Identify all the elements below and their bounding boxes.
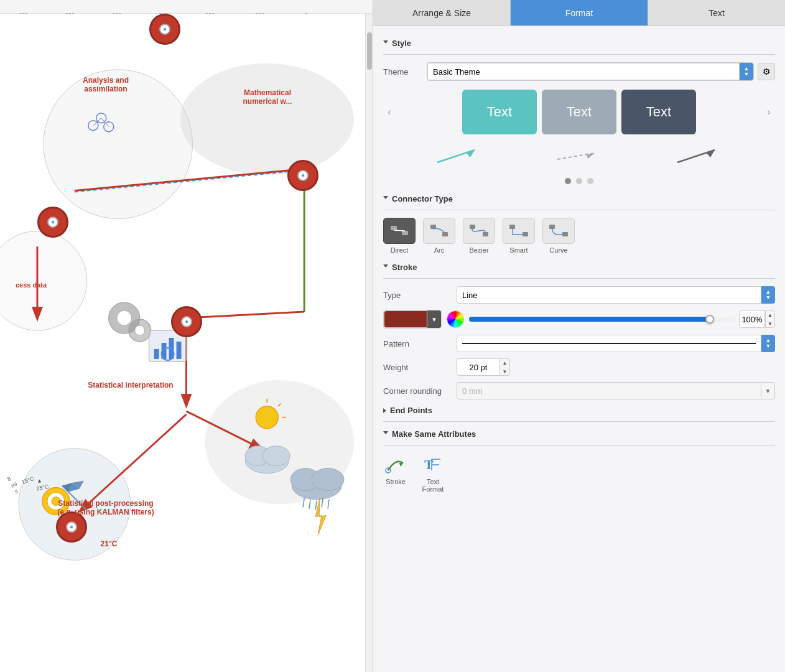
dots-pagination — [383, 178, 775, 184]
arrow-swatch-gray-dashed[interactable] — [522, 141, 637, 172]
stroke-type-select[interactable]: Line ▲ ▼ — [457, 286, 775, 304]
connector-arc-icon — [423, 218, 455, 244]
connector-section-header[interactable]: Connector Type — [383, 194, 775, 203]
arrow-swatch-gray-solid[interactable] — [641, 141, 756, 172]
opacity-slider-container: 100% ▲ ▼ — [469, 310, 775, 328]
svg-rect-65 — [483, 232, 488, 236]
connector-bezier[interactable]: Bezier — [463, 218, 495, 254]
stroke-type-arrows[interactable]: ▲ ▼ — [761, 286, 775, 304]
svg-line-39 — [309, 500, 310, 509]
corner-dropdown[interactable]: ▼ — [761, 382, 775, 399]
scrollbar-thumb[interactable] — [367, 32, 372, 70]
swatch-teal[interactable]: Text — [462, 90, 537, 134]
connector-curve[interactable]: Curve — [542, 218, 575, 254]
svg-point-19 — [117, 310, 132, 325]
stroke-pattern-select[interactable]: ▲ ▼ — [457, 335, 775, 352]
dot-1[interactable] — [565, 178, 571, 184]
opacity-stepper[interactable]: ▲ ▼ — [765, 310, 775, 328]
label-cess: cess data — [6, 281, 56, 289]
corner-box[interactable]: 0 mm — [457, 382, 761, 399]
end-points-section[interactable]: End Points — [383, 406, 775, 415]
tab-arrange-size[interactable]: Arrange & Size — [373, 0, 511, 26]
canvas-area[interactable]: 180 200 220 240 260 280 3 — [0, 0, 373, 672]
svg-point-20 — [129, 319, 151, 342]
make-same-stroke[interactable]: Stroke — [383, 453, 408, 493]
stroke-weight-row: Weight 20 pt ▲ ▼ — [383, 358, 775, 376]
node-middle[interactable] — [171, 306, 202, 337]
opacity-thumb — [705, 315, 714, 324]
canvas-content[interactable]: Analysis andassimilation Mathematicalnum… — [0, 14, 373, 672]
connector-types: Direct Arc — [383, 218, 775, 254]
stroke-color-button[interactable]: ▼ — [383, 310, 442, 329]
connector-smart[interactable]: Smart — [503, 218, 535, 254]
connector-divider — [383, 210, 775, 210]
node-left[interactable] — [37, 207, 68, 238]
svg-point-14 — [96, 113, 106, 123]
scrollbar[interactable] — [365, 14, 373, 672]
style-section-header[interactable]: Style — [383, 39, 775, 48]
stroke-pattern-label: Pattern — [383, 339, 452, 348]
label-post-processing: Statistical post-processing(e.g. using K… — [44, 499, 168, 516]
stroke-color-dropdown[interactable]: ▼ — [427, 310, 441, 328]
swatch-gray[interactable]: Text — [542, 90, 616, 134]
theme-settings-button[interactable]: ⚙ — [758, 63, 775, 80]
stroke-color-swatch[interactable] — [384, 310, 427, 328]
svg-point-34 — [292, 472, 341, 500]
make-same-stroke-label: Stroke — [386, 478, 406, 485]
stroke-divider — [383, 278, 775, 279]
swatch-dark[interactable]: Text — [621, 90, 696, 134]
svg-line-6 — [75, 170, 304, 192]
weight-stepper[interactable]: ▲ ▼ — [500, 358, 510, 376]
color-wheel-button[interactable] — [447, 310, 464, 328]
style-divider — [383, 54, 775, 55]
svg-point-4 — [205, 380, 354, 505]
pattern-box[interactable] — [457, 335, 761, 352]
opacity-number: 100% — [739, 310, 765, 328]
connector-direct-icon — [383, 218, 416, 244]
svg-point-13 — [88, 121, 98, 131]
svg-marker-45 — [68, 483, 80, 492]
tab-text[interactable]: Text — [648, 0, 785, 26]
connector-direct[interactable]: Direct — [383, 218, 416, 254]
stroke-type-box[interactable]: Line — [457, 286, 761, 304]
svg-rect-64 — [470, 225, 475, 229]
make-same-text-format[interactable]: T TextFormat — [420, 453, 445, 493]
swatch-prev-button[interactable]: ‹ — [383, 106, 396, 118]
tab-format[interactable]: Format — [511, 0, 648, 26]
svg-line-61 — [394, 230, 405, 231]
ruler-top: 180 200 220 240 260 280 3 — [0, 0, 373, 14]
weight-box[interactable]: 20 pt — [457, 358, 500, 376]
make-same-text-icon: T — [420, 453, 445, 475]
svg-point-36 — [312, 469, 344, 491]
dot-3[interactable] — [587, 178, 593, 184]
pattern-line — [462, 343, 756, 344]
connector-curve-label: Curve — [549, 246, 567, 254]
theme-select-arrows[interactable]: ▲ ▼ — [740, 63, 753, 80]
arrow-swatch-teal[interactable] — [402, 141, 517, 172]
svg-line-53 — [437, 150, 475, 162]
make-same-stroke-icon — [383, 453, 408, 475]
svg-rect-26 — [177, 342, 182, 359]
corner-rounding-label: Corner rounding — [383, 386, 452, 396]
connector-direct-label: Direct — [391, 246, 409, 254]
make-same-text-format-label: TextFormat — [422, 478, 444, 493]
stroke-pattern-row: Pattern ▲ ▼ — [383, 335, 775, 352]
make-same-row: Stroke T TextFormat — [383, 453, 775, 493]
pattern-arrows[interactable]: ▲ ▼ — [761, 335, 775, 352]
stroke-section-header[interactable]: Stroke — [383, 263, 775, 272]
connector-arc[interactable]: Arc — [423, 218, 455, 254]
connector-arc-label: Arc — [434, 246, 445, 254]
arrow-swatches — [383, 141, 775, 172]
node-middle-2[interactable] — [149, 14, 180, 45]
theme-select-box[interactable]: Basic Theme — [427, 63, 740, 80]
node-top-right[interactable] — [287, 160, 318, 191]
svg-point-15 — [104, 122, 114, 132]
dot-2[interactable] — [576, 178, 582, 184]
stroke-weight-input: 20 pt ▲ ▼ — [457, 358, 510, 376]
swatch-next-button[interactable]: › — [763, 106, 775, 118]
theme-select-wrapper[interactable]: Basic Theme ▲ ▼ — [427, 62, 754, 81]
corner-rounding-select[interactable]: 0 mm ▼ — [457, 382, 775, 399]
connector-smart-icon — [503, 218, 535, 244]
opacity-slider[interactable] — [469, 317, 735, 322]
make-same-section-header[interactable]: Make Same Attributes — [383, 429, 775, 439]
